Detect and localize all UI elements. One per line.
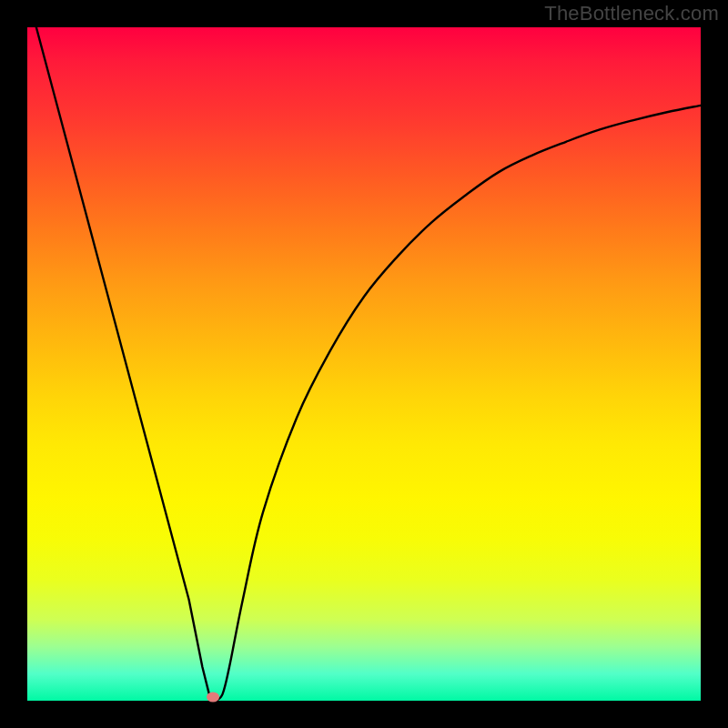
chart-frame: TheBottleneck.com <box>0 0 728 728</box>
min-marker <box>207 693 219 703</box>
watermark-text: TheBottleneck.com <box>544 2 719 25</box>
plot-area <box>27 27 701 701</box>
bottleneck-curve <box>27 0 701 701</box>
curve-svg <box>27 27 701 701</box>
